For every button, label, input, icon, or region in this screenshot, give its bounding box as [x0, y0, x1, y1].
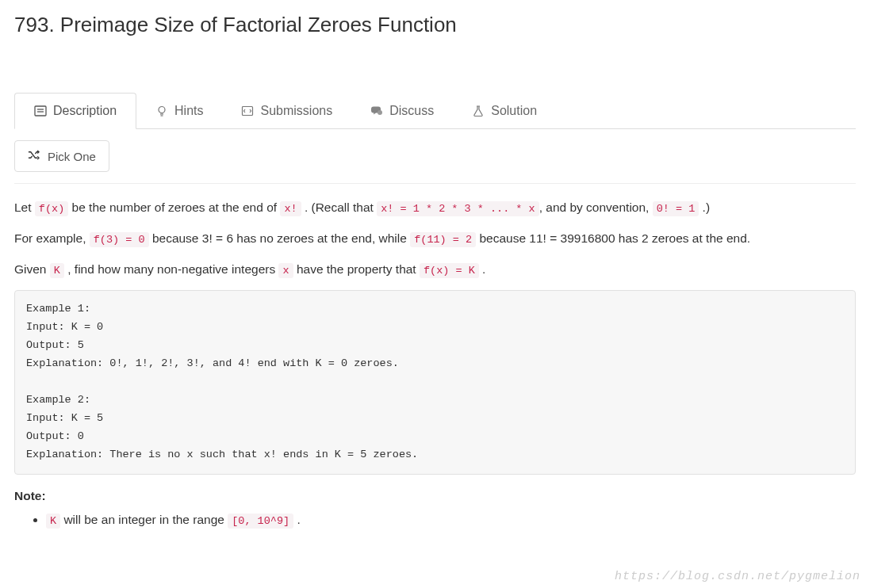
list-icon — [34, 105, 47, 117]
lightbulb-icon — [155, 105, 168, 117]
text: Let — [14, 200, 35, 214]
code-xfact: x! — [280, 201, 301, 216]
shuffle-icon — [28, 149, 40, 163]
paragraph-1: Let f(x) be the number of zeroes at the … — [14, 198, 856, 218]
text: . — [479, 262, 486, 276]
code-f3: f(3) = 0 — [90, 232, 149, 247]
example-block: Example 1: Input: K = 0 Output: 5 Explan… — [14, 290, 856, 474]
code-zerofact: 0! = 1 — [653, 201, 699, 216]
svg-point-7 — [378, 110, 382, 115]
problem-content: Let f(x) be the number of zeroes at the … — [14, 198, 856, 527]
discuss-icon — [370, 105, 383, 117]
tab-label: Solution — [491, 104, 537, 118]
text: .) — [699, 200, 710, 214]
text: will be an integer in the range — [60, 513, 228, 526]
pick-one-label: Pick One — [48, 150, 96, 163]
pick-one-button[interactable]: Pick One — [14, 140, 109, 172]
tab-description[interactable]: Description — [14, 93, 136, 129]
divider — [14, 183, 856, 184]
code-range: [0, 10^9] — [228, 514, 293, 529]
tab-solution[interactable]: Solution — [453, 93, 556, 128]
code-fx: f(x) — [35, 201, 68, 216]
text: have the property that — [293, 262, 420, 276]
note-list: K will be an integer in the range [0, 10… — [14, 513, 856, 527]
code-k: K — [50, 263, 64, 278]
flask-icon — [472, 105, 485, 117]
text: Given — [14, 262, 50, 276]
tab-label: Hints — [174, 104, 203, 118]
text: because 11! = 39916800 has 2 zeroes at t… — [476, 231, 750, 245]
text: . (Recall that — [301, 200, 378, 214]
tab-bar: Description Hints Submissions Discuss So… — [14, 93, 856, 129]
code-f11: f(11) = 2 — [410, 232, 476, 247]
svg-rect-0 — [35, 106, 46, 116]
tab-submissions[interactable]: Submissions — [222, 93, 351, 128]
tab-label: Description — [53, 104, 117, 118]
code-factdef: x! = 1 * 2 * 3 * ... * x — [377, 201, 538, 216]
code-k-note: K — [46, 514, 60, 529]
paragraph-2: For example, f(3) = 0 because 3! = 6 has… — [14, 229, 856, 249]
tab-discuss[interactable]: Discuss — [351, 93, 453, 128]
tab-label: Submissions — [260, 104, 332, 118]
text: be the number of zeroes at the end of — [68, 200, 280, 214]
text: , find how many non-negative integers — [64, 262, 279, 276]
tab-label: Discuss — [389, 104, 434, 118]
code-fxk: f(x) = K — [420, 263, 479, 278]
note-heading: Note: — [14, 489, 856, 503]
code-x: x — [278, 263, 293, 278]
text: because 3! = 6 has no zeroes at the end,… — [149, 231, 411, 245]
text: For example, — [14, 231, 90, 245]
note-item: K will be an integer in the range [0, 10… — [46, 513, 856, 527]
text: , and by convention, — [539, 200, 653, 214]
page-title: 793. Preimage Size of Factorial Zeroes F… — [14, 13, 856, 37]
tab-hints[interactable]: Hints — [136, 93, 222, 128]
text: . — [293, 513, 301, 526]
svg-point-3 — [159, 106, 165, 113]
code-icon — [241, 105, 254, 117]
paragraph-3: Given K , find how many non-negative int… — [14, 260, 856, 280]
